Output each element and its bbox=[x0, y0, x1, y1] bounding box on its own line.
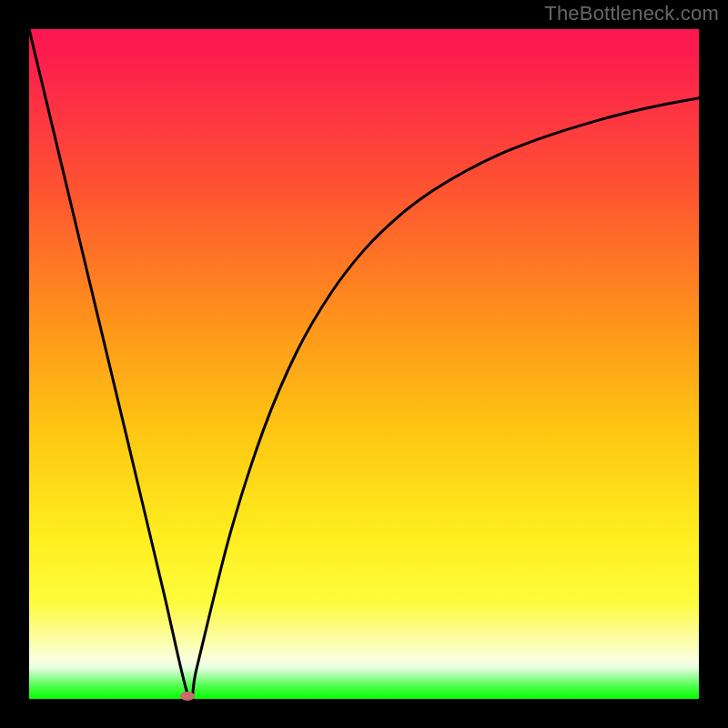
curve-path bbox=[29, 29, 699, 699]
bottleneck-curve bbox=[29, 29, 699, 699]
optimal-point-marker bbox=[180, 692, 195, 701]
chart-frame: TheBottleneck.com bbox=[0, 0, 728, 728]
chart-plot-area bbox=[29, 29, 699, 699]
watermark-text: TheBottleneck.com bbox=[544, 2, 719, 25]
